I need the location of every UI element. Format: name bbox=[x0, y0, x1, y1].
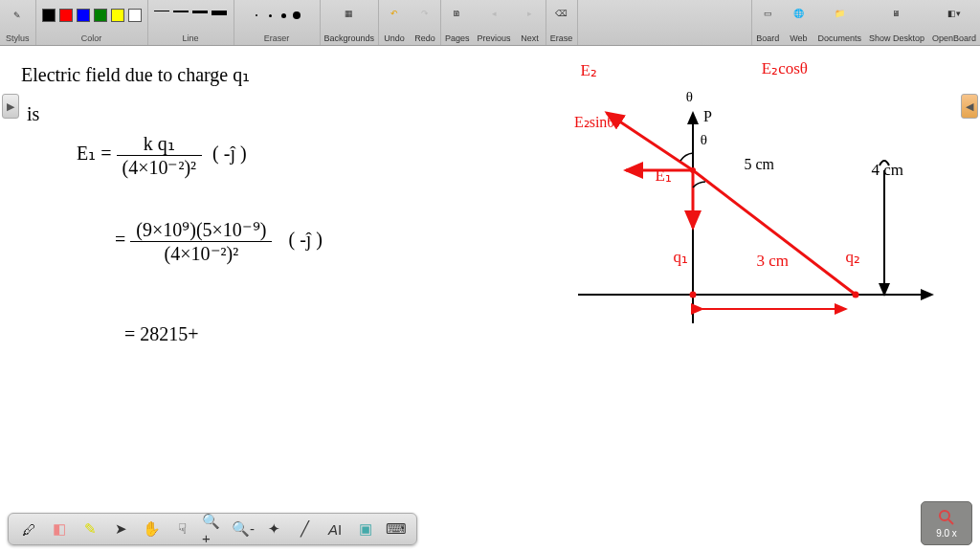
hw-eq1: E₁ = k q₁ (4×10⁻²)² ( -ĵ ) bbox=[77, 132, 247, 179]
right-panel-toggle[interactable]: ◀ bbox=[961, 94, 978, 119]
zoom-icon bbox=[938, 509, 955, 526]
line-width[interactable] bbox=[154, 11, 169, 20]
hw-line-1: Electric field due to charge q₁ bbox=[21, 63, 250, 86]
line-tool[interactable]: ╱ bbox=[294, 518, 315, 540]
backgrounds-button[interactable]: ▦ Backgrounds bbox=[321, 0, 380, 45]
color-swatch[interactable] bbox=[111, 9, 124, 22]
lbl-q2: q₂ bbox=[846, 247, 861, 267]
lbl-p: P bbox=[703, 108, 712, 125]
eq2-eq: = bbox=[115, 229, 125, 250]
color-group: Color bbox=[36, 0, 148, 45]
color-swatch[interactable] bbox=[59, 9, 73, 22]
svg-point-7 bbox=[690, 292, 697, 298]
openboard-menu[interactable]: ◧▾ OpenBoard bbox=[928, 0, 980, 45]
line-width[interactable] bbox=[173, 11, 189, 20]
pages-button[interactable]: 🗎 Pages bbox=[441, 0, 474, 45]
lbl-theta2: θ bbox=[701, 132, 707, 148]
documents-icon: 📁 bbox=[828, 2, 851, 25]
lbl-5cm: 5 cm bbox=[744, 156, 774, 173]
openboard-icon: ◧▾ bbox=[943, 2, 966, 25]
eraser-size[interactable] bbox=[292, 11, 301, 20]
laser-tool[interactable]: ✦ bbox=[263, 518, 284, 540]
web-button[interactable]: 🌐 Web bbox=[783, 0, 813, 45]
color-swatch[interactable] bbox=[94, 9, 107, 22]
svg-point-11 bbox=[940, 511, 949, 520]
redo-icon: ↷ bbox=[413, 2, 436, 25]
zoom-out-tool[interactable]: 🔍- bbox=[233, 518, 254, 540]
keyboard-tool[interactable]: ⌨ bbox=[386, 518, 407, 540]
eq1-lhs: E₁ = bbox=[77, 143, 112, 164]
line-label: Line bbox=[183, 33, 199, 43]
svg-line-3 bbox=[607, 113, 693, 170]
backgrounds-icon: ▦ bbox=[338, 2, 361, 25]
line-width[interactable] bbox=[192, 11, 208, 20]
pen-tool[interactable]: 🖊 bbox=[18, 518, 39, 540]
redo-button[interactable]: ↷ Redo bbox=[410, 0, 441, 45]
zoom-indicator[interactable]: 9.0 x bbox=[921, 501, 972, 545]
eraser-label: Eraser bbox=[264, 33, 290, 43]
lbl-4cm: 4 cm bbox=[871, 161, 903, 180]
line-width[interactable] bbox=[212, 11, 227, 20]
vector-diagram bbox=[549, 103, 951, 352]
color-swatch[interactable] bbox=[77, 9, 90, 22]
zoom-in-tool[interactable]: 🔍+ bbox=[202, 518, 223, 540]
hw-eq2: = (9×10⁹)(5×10⁻⁹) (4×10⁻²)² ( -ĵ ) bbox=[115, 218, 323, 265]
eraser-size[interactable] bbox=[252, 11, 261, 20]
hand-tool-2[interactable]: ☟ bbox=[171, 518, 192, 540]
board-icon: ▭ bbox=[756, 2, 779, 25]
toolbar-spacer bbox=[578, 0, 753, 45]
whiteboard-canvas[interactable]: ▶ ◀ Electric field due to charge q₁ is E… bbox=[0, 46, 980, 513]
lbl-e2sin: E₂sinθ bbox=[574, 113, 614, 131]
capture-tool[interactable]: ▣ bbox=[355, 518, 376, 540]
pages-icon: 🗎 bbox=[446, 2, 469, 25]
lbl-e2: E₂ bbox=[581, 60, 597, 80]
svg-point-8 bbox=[853, 292, 859, 298]
eraser-size[interactable] bbox=[278, 11, 288, 20]
board-button[interactable]: ▭ Board bbox=[752, 0, 783, 45]
stylus-label: Stylus bbox=[6, 33, 30, 43]
pointer-tool[interactable]: ➤ bbox=[110, 518, 131, 540]
show-desktop-button[interactable]: 🖥 Show Desktop bbox=[865, 0, 928, 45]
lbl-3cm: 3 cm bbox=[756, 252, 789, 271]
previous-button[interactable]: ◂ Previous bbox=[474, 0, 515, 45]
svg-line-12 bbox=[948, 519, 953, 524]
text-tool[interactable]: AI bbox=[324, 518, 345, 540]
color-swatch[interactable] bbox=[42, 9, 56, 22]
eq1-frac: k q₁ (4×10⁻²)² bbox=[117, 132, 203, 179]
zoom-value: 9.0 x bbox=[936, 528, 957, 539]
lbl-theta1: θ bbox=[686, 89, 693, 105]
stylus-group[interactable]: ✎ Stylus bbox=[0, 0, 36, 45]
next-icon: ▸ bbox=[519, 2, 542, 25]
color-swatch[interactable] bbox=[128, 9, 142, 22]
hand-tool[interactable]: ✋ bbox=[141, 518, 162, 540]
line-group: Line bbox=[148, 0, 234, 45]
svg-line-6 bbox=[693, 170, 856, 295]
show-desktop-icon: 🖥 bbox=[885, 2, 908, 25]
eraser-size[interactable] bbox=[265, 11, 275, 20]
eq1-unit: ( -ĵ ) bbox=[212, 143, 247, 164]
documents-button[interactable]: 📁 Documents bbox=[813, 0, 865, 45]
web-icon: 🌐 bbox=[787, 2, 810, 25]
eraser-tool[interactable]: ◧ bbox=[49, 518, 70, 540]
lbl-e1: E₁ bbox=[656, 165, 672, 186]
left-panel-toggle[interactable]: ▶ bbox=[2, 94, 19, 119]
undo-button[interactable]: ↶ Undo bbox=[379, 0, 410, 45]
next-button[interactable]: ▸ Next bbox=[515, 0, 546, 45]
undo-icon: ↶ bbox=[383, 2, 406, 25]
erase-button[interactable]: ⌫ Erase bbox=[546, 0, 578, 45]
stylus-icon[interactable]: ✎ bbox=[6, 4, 29, 27]
eq2-unit: ( -ĵ ) bbox=[288, 229, 323, 250]
previous-icon: ◂ bbox=[482, 2, 505, 25]
lbl-e2cos: E₂cosθ bbox=[762, 58, 808, 78]
lbl-q1: q₁ bbox=[674, 247, 689, 267]
erase-icon: ⌫ bbox=[550, 2, 573, 25]
color-label: Color bbox=[81, 33, 102, 43]
highlighter-tool[interactable]: ✎ bbox=[79, 518, 100, 540]
top-toolbar: ✎ Stylus Color Line Eraser ▦ Backgrounds… bbox=[0, 0, 980, 46]
eq2-frac: (9×10⁹)(5×10⁻⁹) (4×10⁻²)² bbox=[130, 218, 272, 265]
bottom-toolbar: 🖊 ◧ ✎ ➤ ✋ ☟ 🔍+ 🔍- ✦ ╱ AI ▣ ⌨ bbox=[8, 513, 417, 545]
hw-eq3: = 28215+ bbox=[124, 323, 199, 345]
hw-line-2: is bbox=[27, 103, 39, 125]
eraser-dot-group: Eraser bbox=[234, 0, 321, 45]
